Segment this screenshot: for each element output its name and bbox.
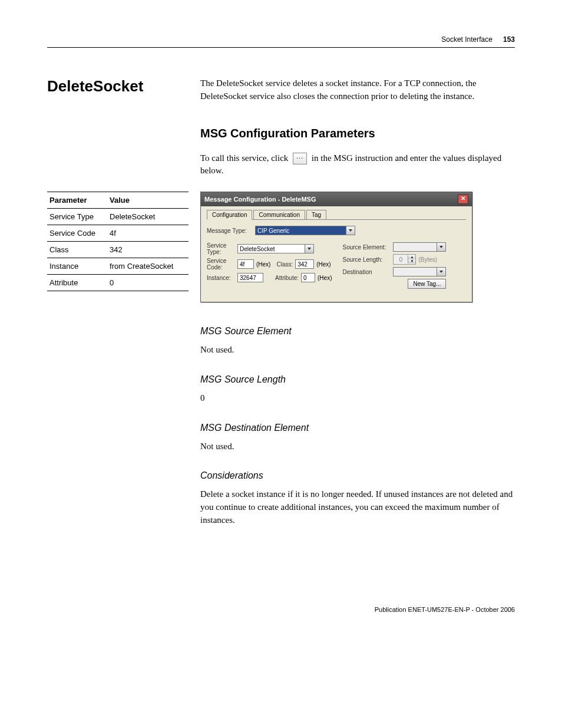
considerations-heading: Considerations [200,470,515,481]
msg-destination-element-value: Not used. [200,440,515,453]
source-length-label: Source Length: [342,256,391,263]
table-row: Attribute0 [47,275,189,291]
instance-input[interactable]: 32647 [237,273,263,282]
hex-label: (Hex) [318,275,332,281]
source-length-spinner: 0 ▲▼ [393,254,416,265]
call-text-pre: To call this service, click [200,153,290,163]
section-title: DeleteSocket [47,77,189,95]
table-row: Service Code4f [47,225,189,242]
table-row: Service TypeDeleteSocket [47,209,189,225]
call-instruction: To call this service, click in the MSG i… [200,152,515,178]
service-type-select[interactable]: DeleteSocket [237,244,314,253]
msg-source-element-heading: MSG Source Element [200,326,515,337]
hex-label: (Hex) [316,261,330,268]
service-code-label: Service Code: [207,258,235,271]
class-input[interactable]: 342 [295,259,314,269]
considerations-text: Delete a socket instance if it is no lon… [200,488,515,526]
table-row: Instancefrom CreateSocket [47,258,189,275]
hex-label: (Hex) [256,261,270,268]
chapter-name: Socket Interface [441,35,492,44]
class-label: Class: [276,261,293,268]
tab-communication[interactable]: Communication [253,210,305,219]
source-element-select [393,242,446,252]
instance-label: Instance: [207,275,235,281]
page-header: Socket Interface 153 [47,35,515,48]
msg-source-element-value: Not used. [200,344,515,357]
msg-config-heading: MSG Configuration Parameters [200,127,515,140]
table-header-value: Value [107,192,189,209]
dialog-title-text: Message Configuration - DeleteMSG [204,196,316,203]
destination-select [393,267,446,276]
service-code-input[interactable]: 4f [237,259,254,269]
parameter-table: Parameter Value Service TypeDeleteSocket… [47,192,189,291]
section-intro: The DeleteSocket service deletes a socke… [200,77,515,103]
close-icon[interactable]: ✕ [458,195,468,204]
source-length-value: 0 [394,256,408,263]
page-number: 153 [503,35,515,44]
chevron-down-icon [346,226,355,235]
chevron-down-icon [437,268,445,276]
message-config-dialog: Message Configuration - DeleteMSG ✕ Conf… [200,192,472,302]
new-tag-button[interactable]: New Tag... [408,279,446,289]
service-type-label: Service Type: [207,242,235,255]
destination-label: Destination [342,269,391,275]
message-type-select[interactable]: CIP Generic [255,226,355,235]
bytes-label: (Bytes) [418,256,437,263]
message-type-value: CIP Generic [257,228,289,234]
msg-source-length-heading: MSG Source Length [200,374,515,385]
tab-tag[interactable]: Tag [306,210,326,219]
table-header-parameter: Parameter [47,192,107,209]
ellipsis-button-icon [293,153,307,164]
chevron-down-icon [437,243,445,251]
table-row: Class342 [47,242,189,258]
chevron-down-icon [305,245,313,253]
message-type-label: Message Type: [207,228,253,234]
attribute-label: Attribute: [275,275,299,281]
service-type-value: DeleteSocket [240,246,275,252]
msg-destination-element-heading: MSG Destination Element [200,423,515,433]
tab-configuration[interactable]: Configuration [207,210,252,220]
publication-footer: Publication ENET-UM527E-EN-P - October 2… [47,606,515,613]
dialog-titlebar: Message Configuration - DeleteMSG ✕ [201,192,472,206]
source-element-label: Source Element: [342,244,391,251]
dialog-tabs: Configuration Communication Tag [207,210,466,220]
attribute-input[interactable]: 0 [301,273,315,282]
msg-source-length-value: 0 [200,392,515,405]
